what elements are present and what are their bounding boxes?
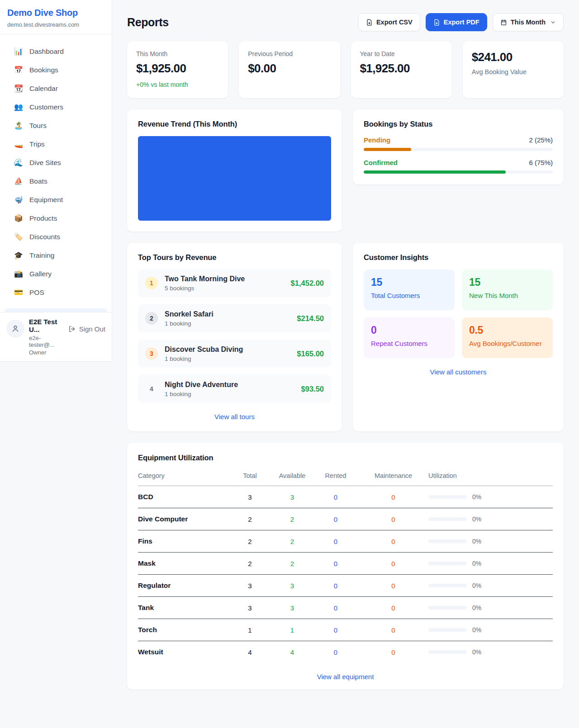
- tour-name: Night Dive Adventure: [165, 381, 238, 389]
- tour-name: Discover Scuba Diving: [165, 345, 243, 354]
- available-cell: 4: [271, 648, 313, 656]
- sidebar-item-label: Discounts: [29, 233, 60, 241]
- utilization-percent: 0%: [472, 538, 481, 545]
- sign-out-icon: [68, 325, 76, 333]
- bookings-icon: 📅: [14, 66, 24, 74]
- table-row: Tank 3 3 0 0 0%: [138, 597, 553, 619]
- available-cell: 1: [271, 626, 313, 634]
- sidebar-item-label: Dive Sites: [29, 159, 61, 167]
- tile-repeat-customers: 0 Repeat Customers: [364, 317, 455, 358]
- sign-out-button[interactable]: Sign Out: [68, 325, 105, 333]
- customer-insights-title: Customer Insights: [364, 253, 553, 262]
- calendar-icon: 📆: [14, 84, 24, 93]
- available-cell: 2: [271, 515, 313, 523]
- tile-label: Avg Bookings/Customer: [469, 340, 546, 347]
- column-header: Available: [271, 472, 313, 479]
- utilization-percent: 0%: [472, 604, 481, 611]
- status-label: Confirmed: [364, 159, 398, 166]
- tour-amount: $1,452.00: [291, 279, 324, 288]
- sidebar-item-gallery[interactable]: 📸 Gallery: [5, 265, 107, 283]
- utilization-bar: [428, 650, 467, 654]
- utilization-cell: 0%: [428, 515, 553, 523]
- sidebar-item-label: Products: [29, 214, 57, 222]
- sidebar-item-boats[interactable]: ⛵ Boats: [5, 172, 107, 190]
- stat-card-avg-booking-value: $241.00 Avg Booking Value: [463, 41, 564, 98]
- stat-label: Year to Date: [360, 50, 443, 57]
- sign-out-label: Sign Out: [79, 325, 105, 333]
- equipment-table: Category Total Available Rented Maintena…: [138, 467, 553, 663]
- sidebar-item-bookings[interactable]: 📅 Bookings: [5, 61, 107, 79]
- sidebar-item-pos[interactable]: 💳 POS: [5, 284, 107, 301]
- brand-name: Demo Dive Shop: [7, 8, 104, 18]
- sidebar-item-dashboard[interactable]: 📊 Dashboard: [5, 43, 107, 60]
- maintenance-cell: 0: [358, 582, 428, 590]
- maintenance-cell: 0: [358, 493, 428, 501]
- export-csv-button[interactable]: Export CSV: [358, 13, 420, 31]
- sidebar-item-tours[interactable]: 🏝️ Tours: [5, 117, 107, 134]
- column-header: Total: [228, 472, 271, 479]
- bookings-by-status-title: Bookings by Status: [364, 120, 553, 128]
- sidebar-item-equipment[interactable]: 🤿 Equipment: [5, 191, 107, 208]
- main-content: Reports Export CSV Export PDF: [127, 12, 564, 690]
- column-header: Maintenance: [358, 472, 428, 479]
- export-pdf-label: Export PDF: [444, 19, 479, 26]
- utilization-cell: 0%: [428, 648, 553, 656]
- export-pdf-button[interactable]: Export PDF: [426, 13, 487, 31]
- charts-row: Revenue Trend (This Month) Bookings by S…: [127, 109, 564, 232]
- status-count: 2 (25%): [529, 136, 553, 144]
- chevron-down-icon: [550, 19, 556, 25]
- sidebar-item-calendar[interactable]: 📆 Calendar: [5, 80, 107, 97]
- tour-list-item: 3 Discover Scuba Diving 1 booking $165.0…: [138, 340, 331, 368]
- utilization-percent: 0%: [472, 626, 481, 633]
- tour-list-item: 4 Night Dive Adventure 1 booking $93.50: [138, 375, 331, 403]
- rank-badge: 3: [145, 347, 158, 360]
- stat-value: $1,925.00: [136, 61, 219, 76]
- period-selector[interactable]: This Month: [493, 13, 564, 31]
- rented-cell: 0: [313, 493, 358, 501]
- sidebar-item-discounts[interactable]: 🏷️ Discounts: [5, 228, 107, 246]
- sidebar-nav: 📊 Dashboard 📅 Bookings 📆 Calendar 👥 Cust…: [0, 34, 112, 312]
- top-tours-title: Top Tours by Revenue: [138, 253, 331, 262]
- status-bar-fill: [364, 148, 411, 151]
- person-icon: [11, 324, 20, 333]
- status-count: 6 (75%): [529, 159, 553, 166]
- sidebar-item-label: POS: [29, 288, 44, 297]
- sidebar-item-trips[interactable]: 🚤 Trips: [5, 135, 107, 153]
- status-bar-track: [364, 148, 553, 151]
- rented-cell: 0: [313, 538, 358, 545]
- utilization-cell: 0%: [428, 560, 553, 567]
- sidebar-item-label: Calendar: [29, 85, 58, 93]
- file-icon: [433, 19, 440, 26]
- stat-value: $0.00: [248, 61, 331, 76]
- bookings-by-status-card: Bookings by Status Pending 2 (25%) Confi…: [353, 109, 564, 184]
- stat-value: $241.00: [472, 50, 555, 64]
- customer-insights-card: Customer Insights 15 Total Customers 15 …: [353, 243, 564, 431]
- rank-badge: 2: [145, 312, 158, 325]
- utilization-cell: 0%: [428, 626, 553, 633]
- tour-amount: $165.00: [297, 350, 324, 358]
- view-all-equipment-link[interactable]: View all equipment: [138, 673, 553, 681]
- stat-label: Avg Booking Value: [472, 68, 555, 76]
- header-actions: Export CSV Export PDF This Month: [358, 13, 564, 31]
- maintenance-cell: 0: [358, 560, 428, 567]
- sidebar-item-label: Tours: [29, 122, 47, 130]
- tile-value: 15: [469, 276, 546, 288]
- sidebar-item-training[interactable]: 🎓 Training: [5, 246, 107, 264]
- stat-card-year-to-date: Year to Date $1,925.00: [351, 41, 452, 98]
- revenue-trend-card: Revenue Trend (This Month): [127, 109, 342, 232]
- table-row: BCD 3 3 0 0 0%: [138, 486, 553, 508]
- utilization-bar: [428, 562, 467, 565]
- status-label: Pending: [364, 136, 390, 144]
- view-all-tours-link[interactable]: View all tours: [138, 413, 331, 421]
- tour-amount: $214.50: [297, 314, 324, 323]
- table-row: Torch 1 1 0 0 0%: [138, 619, 553, 641]
- sidebar-item-products[interactable]: 📦 Products: [5, 209, 107, 227]
- sidebar-item-dive-sites[interactable]: 🌊 Dive Sites: [5, 154, 107, 171]
- sidebar-item-customers[interactable]: 👥 Customers: [5, 98, 107, 116]
- sidebar: Demo Dive Shop demo.test.divestreams.com…: [0, 0, 112, 362]
- equipment-icon: 🤿: [14, 195, 24, 204]
- rank-badge: 1: [145, 277, 158, 289]
- stat-delta: +0% vs last month: [136, 81, 219, 88]
- sidebar-item-reports-active-partial[interactable]: [5, 308, 107, 312]
- view-all-customers-link[interactable]: View all customers: [364, 368, 553, 376]
